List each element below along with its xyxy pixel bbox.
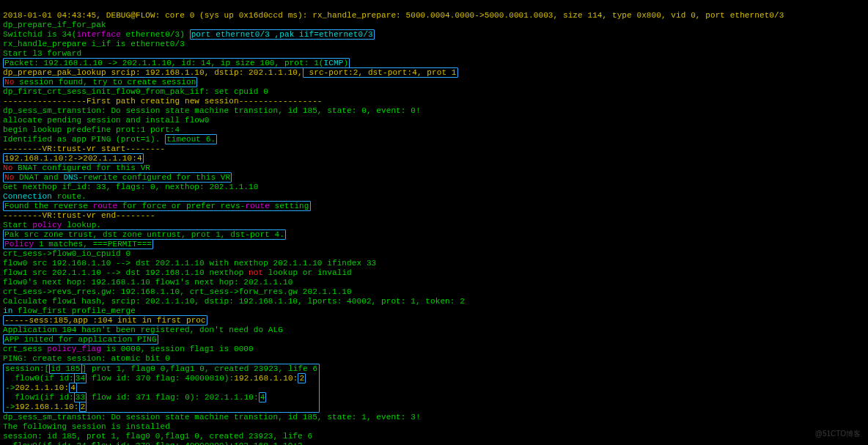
log-line: The following session is installed xyxy=(3,422,170,431)
route-box: Found the reverse route for force or pre… xyxy=(3,201,311,211)
log-line: --------VR:trust-vr start-------- xyxy=(3,144,165,153)
dnat-box: No DNAT and DNS-rewrite configured for t… xyxy=(3,172,232,183)
log-line: flow0's next hop: 192.168.1.10 flow1's n… xyxy=(3,278,293,287)
zone-box: Pak src zone trust, dst zone untrust, pr… xyxy=(3,229,286,240)
watermark: @51CTO博客 xyxy=(815,429,861,439)
timeout-box: timeout 6. xyxy=(165,134,217,144)
log-line: crt_sess policy_flag is 0000, session fl… xyxy=(3,345,254,353)
log-line: flow1 src 202.1.1.10 --> dst 192.168.1.1… xyxy=(3,268,352,277)
log-line: Get nexthop if_id: 33, flags: 0, nexthop… xyxy=(3,183,258,191)
log-line: -----sess:185,app :104 init in first pro… xyxy=(3,315,207,326)
log-line: Pak src zone trust, dst zone untrust, pr… xyxy=(3,229,286,240)
log-line: begin lookup predefine prot:1 port:4 xyxy=(3,125,180,134)
app-init-box: APP inited for application PING xyxy=(3,334,158,345)
log-line: dp_prepare_pak_lookup srcip: 192.168.1.1… xyxy=(3,67,458,78)
log-line: Packet: 192.168.1.10 -> 202.1.1.10, id: … xyxy=(3,58,350,68)
log-line: No BNAT configured for this VR xyxy=(3,163,150,172)
log-line: Start l3 forward xyxy=(3,49,81,58)
log-line: 192.168.1.10:2->202.1.1.10:4 xyxy=(3,153,144,163)
log-line: APP inited for application PING xyxy=(3,334,158,345)
log-line: Switchid is 34(interface ethernet0/3) po… xyxy=(3,29,375,40)
log-line: Calculate flow1 hash, srcip: 202.1.1.10,… xyxy=(3,297,465,306)
sess-init-box: -----sess:185,app :104 init in first pro… xyxy=(3,315,207,326)
log-line: 2018-01-01 04:43:45, DEBUG@FLOW: core 0 … xyxy=(3,11,784,20)
log-line: --------VR:trust-vr end-------- xyxy=(3,211,155,220)
port-box: port ethernet0/3 ,pak iif=ethernet0/3 xyxy=(190,29,375,40)
log-line: allocate pending session and install flo… xyxy=(3,116,209,125)
terminal-output: 2018-01-01 04:43:45, DEBUG@FLOW: core 0 … xyxy=(0,0,868,445)
flow-box: 192.168.1.10:2->202.1.1.10:4 xyxy=(3,153,144,163)
log-line: dp_sess_sm_transtion: Do session state m… xyxy=(3,106,421,115)
session-box: session:[id 185] prot 1, flag0 0,flag1 0… xyxy=(3,364,320,413)
policy-box: Policy 1 matches, ===PERMIT=== xyxy=(3,239,153,249)
log-line: rx_handle_prepare i_if is ethernet0/3 xyxy=(3,40,185,48)
session-block: session:[id 185] prot 1, flag0 0,flag1 0… xyxy=(3,402,320,411)
log-line: Application 104 hasn't been registered, … xyxy=(3,326,283,334)
log-line: -----------------First path creating new… xyxy=(3,97,323,106)
log-line: in flow_first profile_merge xyxy=(3,306,136,315)
log-line: No session found, try to create session xyxy=(3,77,197,87)
no-session-box: No session found, try to create session xyxy=(3,77,197,87)
log-line: Connection route. xyxy=(3,192,87,201)
log-line: Start policy lookup. xyxy=(3,221,101,229)
log-line: crt_sess->revs_rres.gw: 192.168.1.10, cr… xyxy=(3,287,352,296)
log-line: PING: create session: atomic bit 0 xyxy=(3,354,170,363)
ports-box: src-port:2, dst-port:4, prot 1 xyxy=(303,67,458,78)
log-line: No DNAT and DNS-rewrite configured for t… xyxy=(3,172,232,183)
log-line: Identified as app PING (prot=1). timeout… xyxy=(3,134,217,144)
log-line: session: id 185, prot 1, flag0 0,flag1 0… xyxy=(3,432,312,441)
log-line: Found the reverse route for force or pre… xyxy=(3,201,311,211)
log-line: crt_sess->flow0_io_cpuid 0 xyxy=(3,249,130,258)
packet-box: Packet: 192.168.1.10 -> 202.1.1.10, id: … xyxy=(3,58,350,68)
log-line: dp_prepare_if_for_pak xyxy=(3,21,106,29)
log-line: Policy 1 matches, ===PERMIT=== xyxy=(3,239,153,249)
log-line: flow0(if id: 34 flow id: 370 flag: 40000… xyxy=(3,441,303,445)
log-line: dp_sess_sm_transtion: Do session state m… xyxy=(3,413,421,422)
log-line: dp_first_crt_sess_init_flow0_from_pak_ii… xyxy=(3,87,268,96)
log-line: flow0 src 192.168.1.10 --> dst 202.1.1.1… xyxy=(3,259,376,268)
